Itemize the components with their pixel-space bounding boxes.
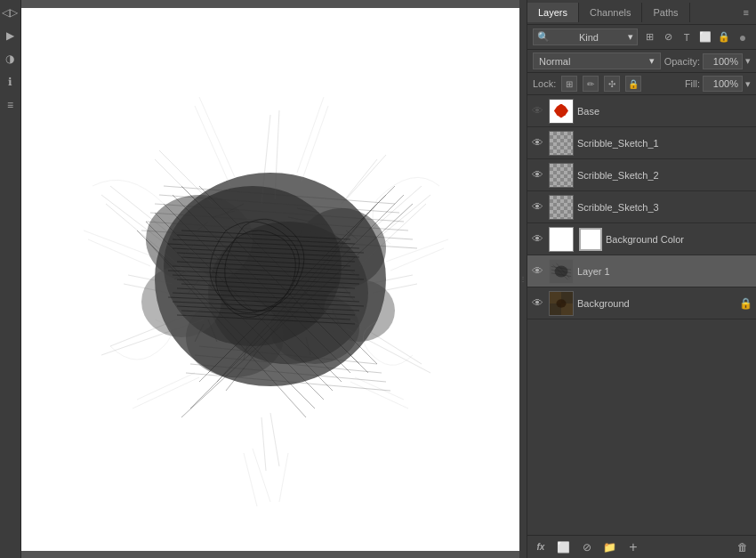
opacity-label: Opacity: [664, 56, 700, 67]
lock-pixels-btn[interactable]: ⊞ [561, 76, 577, 92]
layer-name: Base [577, 106, 752, 117]
layer-thumbnail [549, 99, 574, 124]
layer-item[interactable]: 👁 Scribble_Sketch_3 [527, 191, 756, 223]
toolbar-adjust-icon[interactable]: ◑ [1, 50, 19, 68]
add-layer-button[interactable]: + [625, 539, 641, 555]
fill-input[interactable]: 100% [703, 76, 743, 92]
layer-item[interactable]: 👁 Scribble_Sketch_1 [527, 127, 756, 159]
opacity-group: Opacity: 100% ▾ [664, 53, 751, 69]
shape-filter-icon[interactable]: ⬜ [697, 29, 713, 45]
toolbar-info-icon[interactable]: ℹ [1, 73, 19, 91]
layer-base-mark [554, 104, 568, 118]
kind-dropdown-arrow: ▾ [628, 31, 633, 43]
layers-list: 👁 Base 👁 Scribble_Sketch_1 👁 Scribble_Sk… [527, 95, 756, 535]
kind-label: Kind [579, 32, 599, 43]
panel-tab-bar: Layers Channels Paths ≡ [527, 0, 756, 25]
text-filter-icon[interactable]: T [679, 29, 695, 45]
filter-toggle[interactable]: ● [735, 29, 751, 45]
add-adjustment-button[interactable]: ⊘ [579, 539, 595, 555]
blend-mode-dropdown[interactable]: Normal ▾ [533, 53, 661, 69]
layer-visibility-toggle[interactable]: 👁 [531, 232, 545, 247]
lock-all-btn[interactable]: 🔒 [625, 76, 641, 92]
layer-visibility-toggle[interactable]: 👁 [531, 136, 545, 150]
kind-filter-row: 🔍 Kind ▾ ⊞ ⊘ T ⬜ 🔒 ● [527, 25, 756, 50]
add-mask-button[interactable]: ⬜ [556, 539, 572, 555]
lock-draw-btn[interactable]: ✏ [583, 76, 599, 92]
layer-name: Scribble_Sketch_1 [577, 138, 752, 149]
layer-item[interactable]: 👁 Background Color [527, 223, 756, 255]
layer-name: Background [577, 298, 736, 309]
blend-dropdown-arrow: ▾ [649, 55, 655, 67]
add-group-button[interactable]: 📁 [602, 539, 618, 555]
sketch-art [21, 8, 519, 551]
layer-item[interactable]: 👁 Layer 1 [527, 255, 756, 287]
layer-name: Layer 1 [577, 266, 752, 277]
panel-menu-button[interactable]: ≡ [736, 4, 756, 21]
svg-point-116 [555, 265, 568, 277]
layer-mask-thumbnail [579, 228, 602, 251]
layers-panel: Layers Channels Paths ≡ 🔍 Kind ▾ ⊞ ⊘ T ⬜… [527, 0, 756, 558]
layer-visibility-toggle[interactable]: 👁 [531, 168, 545, 182]
toolbar-collapse-icon[interactable]: ◁▷ [1, 4, 19, 21]
layer-thumbnail [549, 195, 574, 220]
toolbar-layers-icon[interactable]: ≡ [1, 96, 19, 114]
lock-fill-row: Lock: ⊞ ✏ ✣ 🔒 Fill: 100% ▾ [527, 73, 756, 95]
layer-visibility-toggle[interactable]: 👁 [531, 264, 545, 279]
layer-name: Scribble_Sketch_2 [577, 170, 752, 181]
layer-thumbnail [549, 291, 574, 316]
layer-item[interactable]: 👁 Scribble_Sketch_2 [527, 159, 756, 191]
delete-layer-button[interactable]: 🗑 [735, 539, 751, 555]
add-fx-button[interactable]: fx [533, 539, 549, 555]
smart-filter-icon[interactable]: 🔒 [716, 29, 732, 45]
svg-point-120 [556, 299, 566, 307]
left-toolbar: ◁▷ ▶ ◑ ℹ ≡ [0, 0, 21, 558]
layer-thumbnail [549, 227, 574, 252]
fill-arrow: ▾ [745, 78, 751, 90]
search-icon: 🔍 [537, 31, 550, 43]
panel-divider[interactable]: ⋮ [519, 0, 527, 558]
fill-label: Fill: [685, 78, 700, 89]
layer-visibility-toggle[interactable]: 👁 [531, 296, 545, 311]
kind-dropdown[interactable]: 🔍 Kind ▾ [533, 28, 638, 45]
layers-bottom-bar: fx ⬜ ⊘ 📁 + 🗑 [527, 535, 756, 558]
adjust-filter-icon[interactable]: ⊘ [660, 29, 676, 45]
layer-thumbnail [549, 163, 574, 188]
layer-item[interactable]: 👁 Background 🔒 [527, 287, 756, 319]
layer-thumbnail [549, 259, 574, 284]
blend-mode-value: Normal [539, 56, 570, 67]
tab-layers[interactable]: Layers [527, 3, 579, 22]
svg-point-5 [297, 208, 386, 288]
layer-filter-icons: ⊞ ⊘ T ⬜ 🔒 ● [641, 29, 751, 45]
divider-handle: ⋮ [519, 278, 527, 280]
opacity-input[interactable]: 100% [703, 53, 743, 69]
layer-name: Scribble_Sketch_3 [577, 202, 752, 213]
tab-channels[interactable]: Channels [579, 3, 642, 22]
pixel-filter-icon[interactable]: ⊞ [641, 29, 657, 45]
layer-name: Background Color [606, 234, 752, 245]
lock-move-btn[interactable]: ✣ [604, 76, 620, 92]
lock-label: Lock: [533, 78, 556, 89]
blend-opacity-row: Normal ▾ Opacity: 100% ▾ [527, 50, 756, 73]
tab-paths[interactable]: Paths [642, 3, 689, 22]
opacity-arrow: ▾ [745, 55, 751, 67]
canvas-area [21, 0, 519, 558]
fill-group: Fill: 100% ▾ [685, 76, 751, 92]
layer-visibility-toggle[interactable]: 👁 [531, 104, 545, 118]
canvas [21, 8, 519, 551]
layer-item[interactable]: 👁 Base [527, 95, 756, 127]
layer-lock-icon: 🔒 [739, 297, 752, 310]
layer-visibility-toggle[interactable]: 👁 [531, 200, 545, 214]
toolbar-play-icon[interactable]: ▶ [1, 27, 19, 44]
layer-thumbnail [549, 131, 574, 156]
